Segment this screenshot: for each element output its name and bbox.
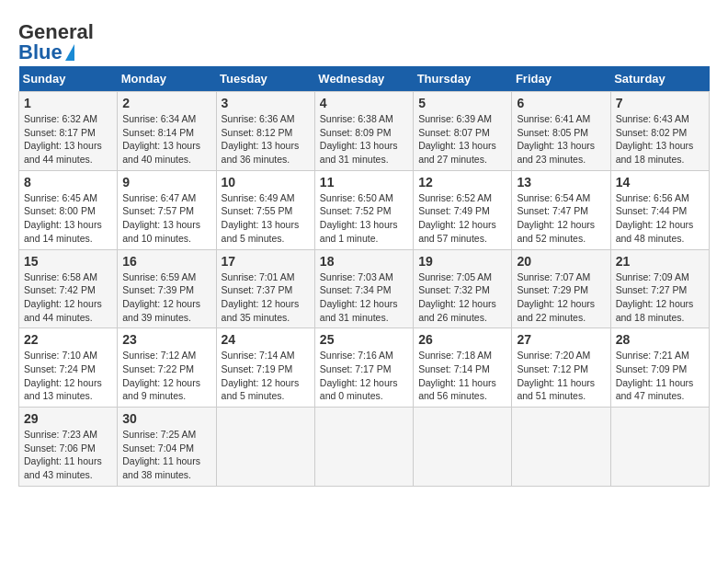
day-number: 6: [517, 96, 605, 110]
calendar-day-cell: 28Sunrise: 7:21 AMSunset: 7:09 PMDayligh…: [610, 328, 709, 408]
calendar-day-cell: 10Sunrise: 6:49 AMSunset: 7:55 PMDayligh…: [216, 170, 314, 249]
day-number: 17: [222, 254, 310, 269]
calendar-day-cell: 7Sunrise: 6:43 AMSunset: 8:02 PMDaylight…: [610, 92, 709, 171]
weekday-header-friday: Friday: [512, 66, 610, 92]
day-info: Sunrise: 7:14 AMSunset: 7:19 PMDaylight:…: [222, 349, 310, 403]
day-number: 26: [418, 332, 506, 347]
day-info: Sunrise: 6:58 AMSunset: 7:42 PMDaylight:…: [24, 270, 112, 325]
logo-arrow-icon: [65, 44, 74, 61]
day-info: Sunrise: 6:45 AMSunset: 8:00 PMDaylight:…: [24, 191, 112, 246]
day-number: 21: [616, 254, 704, 269]
day-info: Sunrise: 6:54 AMSunset: 7:47 PMDaylight:…: [517, 191, 605, 246]
calendar-table: SundayMondayTuesdayWednesdayThursdayFrid…: [18, 66, 710, 487]
calendar-day-cell: 26Sunrise: 7:18 AMSunset: 7:14 PMDayligh…: [414, 328, 512, 408]
day-info: Sunrise: 6:56 AMSunset: 7:44 PMDaylight:…: [616, 191, 704, 246]
day-info: Sunrise: 7:21 AMSunset: 7:09 PMDaylight:…: [616, 349, 704, 403]
calendar-day-cell: 18Sunrise: 7:03 AMSunset: 7:34 PMDayligh…: [314, 249, 413, 328]
weekday-header-row: SundayMondayTuesdayWednesdayThursdayFrid…: [19, 66, 710, 92]
day-number: 12: [418, 175, 506, 190]
day-number: 4: [320, 96, 408, 110]
calendar-day-cell: [414, 408, 512, 487]
calendar-day-cell: 3Sunrise: 6:36 AMSunset: 8:12 PMDaylight…: [216, 92, 314, 171]
day-number: 20: [517, 254, 605, 269]
day-number: 13: [517, 175, 605, 190]
calendar-day-cell: 24Sunrise: 7:14 AMSunset: 7:19 PMDayligh…: [216, 328, 314, 408]
day-info: Sunrise: 6:39 AMSunset: 8:07 PMDaylight:…: [418, 112, 506, 167]
day-number: 28: [616, 332, 704, 347]
day-info: Sunrise: 7:23 AMSunset: 7:06 PMDaylight:…: [24, 428, 112, 482]
calendar-week-row: 29Sunrise: 7:23 AMSunset: 7:06 PMDayligh…: [19, 408, 710, 487]
day-number: 29: [24, 411, 112, 426]
day-number: 2: [122, 96, 210, 110]
calendar-day-cell: 5Sunrise: 6:39 AMSunset: 8:07 PMDaylight…: [414, 92, 512, 171]
calendar-day-cell: 13Sunrise: 6:54 AMSunset: 7:47 PMDayligh…: [512, 170, 610, 249]
calendar-day-cell: [610, 408, 709, 487]
calendar-day-cell: 27Sunrise: 7:20 AMSunset: 7:12 PMDayligh…: [512, 328, 610, 408]
day-info: Sunrise: 7:18 AMSunset: 7:14 PMDaylight:…: [418, 349, 506, 403]
day-number: 11: [320, 175, 408, 190]
day-info: Sunrise: 6:52 AMSunset: 7:49 PMDaylight:…: [418, 191, 506, 246]
day-number: 27: [517, 332, 605, 347]
day-number: 7: [616, 96, 704, 110]
logo-blue-text: Blue: [18, 42, 63, 63]
calendar-day-cell: 16Sunrise: 6:59 AMSunset: 7:39 PMDayligh…: [118, 249, 216, 328]
calendar-day-cell: 25Sunrise: 7:16 AMSunset: 7:17 PMDayligh…: [314, 328, 413, 408]
day-info: Sunrise: 6:50 AMSunset: 7:52 PMDaylight:…: [320, 191, 408, 246]
calendar-day-cell: 21Sunrise: 7:09 AMSunset: 7:27 PMDayligh…: [610, 249, 709, 328]
weekday-header-sunday: Sunday: [19, 66, 118, 92]
calendar-day-cell: 17Sunrise: 7:01 AMSunset: 7:37 PMDayligh…: [216, 249, 314, 328]
weekday-header-saturday: Saturday: [610, 66, 709, 92]
day-number: 22: [24, 332, 112, 347]
day-number: 18: [320, 254, 408, 269]
calendar-day-cell: 19Sunrise: 7:05 AMSunset: 7:32 PMDayligh…: [414, 249, 512, 328]
calendar-week-row: 1Sunrise: 6:32 AMSunset: 8:17 PMDaylight…: [19, 92, 710, 171]
day-info: Sunrise: 7:25 AMSunset: 7:04 PMDaylight:…: [122, 428, 210, 482]
calendar-day-cell: 15Sunrise: 6:58 AMSunset: 7:42 PMDayligh…: [19, 249, 118, 328]
day-info: Sunrise: 7:16 AMSunset: 7:17 PMDaylight:…: [320, 349, 408, 403]
logo-general: General: [18, 22, 94, 42]
day-number: 19: [418, 254, 506, 269]
day-info: Sunrise: 7:03 AMSunset: 7:34 PMDaylight:…: [320, 270, 408, 325]
calendar-day-cell: 8Sunrise: 6:45 AMSunset: 8:00 PMDaylight…: [19, 170, 118, 249]
calendar-day-cell: [512, 408, 610, 487]
calendar-day-cell: 20Sunrise: 7:07 AMSunset: 7:29 PMDayligh…: [512, 249, 610, 328]
calendar-day-cell: 14Sunrise: 6:56 AMSunset: 7:44 PMDayligh…: [610, 170, 709, 249]
day-info: Sunrise: 7:20 AMSunset: 7:12 PMDaylight:…: [517, 349, 605, 403]
day-info: Sunrise: 7:10 AMSunset: 7:24 PMDaylight:…: [24, 349, 112, 403]
day-info: Sunrise: 7:05 AMSunset: 7:32 PMDaylight:…: [418, 270, 506, 325]
day-number: 16: [122, 254, 210, 269]
day-number: 10: [222, 175, 310, 190]
day-info: Sunrise: 6:41 AMSunset: 8:05 PMDaylight:…: [517, 112, 605, 167]
day-number: 25: [320, 332, 408, 347]
weekday-header-wednesday: Wednesday: [314, 66, 413, 92]
day-number: 15: [24, 254, 112, 269]
day-number: 5: [418, 96, 506, 110]
day-number: 3: [222, 96, 310, 110]
calendar-week-row: 22Sunrise: 7:10 AMSunset: 7:24 PMDayligh…: [19, 328, 710, 408]
day-number: 9: [122, 175, 210, 190]
day-info: Sunrise: 6:43 AMSunset: 8:02 PMDaylight:…: [616, 112, 704, 167]
calendar-day-cell: 23Sunrise: 7:12 AMSunset: 7:22 PMDayligh…: [118, 328, 216, 408]
calendar-day-cell: 29Sunrise: 7:23 AMSunset: 7:06 PMDayligh…: [19, 408, 118, 487]
day-number: 30: [122, 411, 210, 426]
weekday-header-monday: Monday: [118, 66, 216, 92]
day-info: Sunrise: 7:09 AMSunset: 7:27 PMDaylight:…: [616, 270, 704, 325]
calendar-day-cell: [216, 408, 314, 487]
calendar-week-row: 15Sunrise: 6:58 AMSunset: 7:42 PMDayligh…: [19, 249, 710, 328]
weekday-header-thursday: Thursday: [414, 66, 512, 92]
calendar-week-row: 8Sunrise: 6:45 AMSunset: 8:00 PMDaylight…: [19, 170, 710, 249]
day-info: Sunrise: 6:38 AMSunset: 8:09 PMDaylight:…: [320, 112, 408, 167]
calendar-day-cell: 1Sunrise: 6:32 AMSunset: 8:17 PMDaylight…: [19, 92, 118, 171]
calendar-day-cell: 30Sunrise: 7:25 AMSunset: 7:04 PMDayligh…: [118, 408, 216, 487]
day-info: Sunrise: 7:01 AMSunset: 7:37 PMDaylight:…: [222, 270, 310, 325]
day-number: 1: [24, 96, 112, 110]
day-info: Sunrise: 6:47 AMSunset: 7:57 PMDaylight:…: [122, 191, 210, 246]
calendar-day-cell: 9Sunrise: 6:47 AMSunset: 7:57 PMDaylight…: [118, 170, 216, 249]
day-info: Sunrise: 6:34 AMSunset: 8:14 PMDaylight:…: [122, 112, 210, 167]
calendar-day-cell: 4Sunrise: 6:38 AMSunset: 8:09 PMDaylight…: [314, 92, 413, 171]
day-number: 8: [24, 175, 112, 190]
day-info: Sunrise: 6:59 AMSunset: 7:39 PMDaylight:…: [122, 270, 210, 325]
weekday-header-tuesday: Tuesday: [216, 66, 314, 92]
calendar-day-cell: 6Sunrise: 6:41 AMSunset: 8:05 PMDaylight…: [512, 92, 610, 171]
day-info: Sunrise: 6:49 AMSunset: 7:55 PMDaylight:…: [222, 191, 310, 246]
